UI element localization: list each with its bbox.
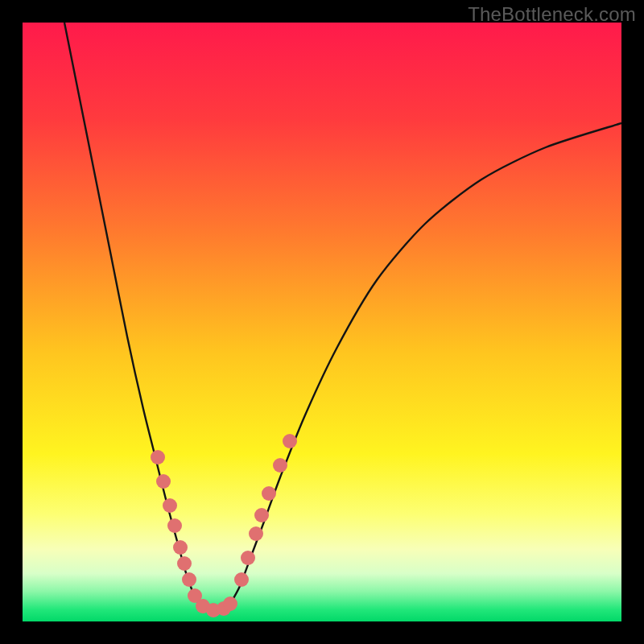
data-dot [262, 486, 276, 501]
data-dot [254, 508, 269, 522]
data-dot [273, 458, 287, 473]
data-dot [283, 434, 297, 448]
data-dot [151, 450, 165, 464]
data-dot [249, 526, 263, 541]
data-dot [177, 556, 192, 571]
bottleneck-curve [23, 23, 621, 621]
data-dot [241, 551, 255, 565]
data-dots [151, 434, 297, 617]
plot-area [23, 23, 621, 621]
data-dot [167, 518, 182, 533]
curve-path [64, 23, 621, 610]
data-dot [182, 572, 196, 587]
data-dot [163, 498, 177, 513]
outer-frame: TheBottleneck.com [0, 0, 644, 644]
data-dot [223, 597, 237, 611]
data-dot [173, 540, 188, 555]
data-dot [234, 572, 249, 587]
watermark-text: TheBottleneck.com [468, 3, 636, 26]
data-dot [156, 474, 171, 489]
